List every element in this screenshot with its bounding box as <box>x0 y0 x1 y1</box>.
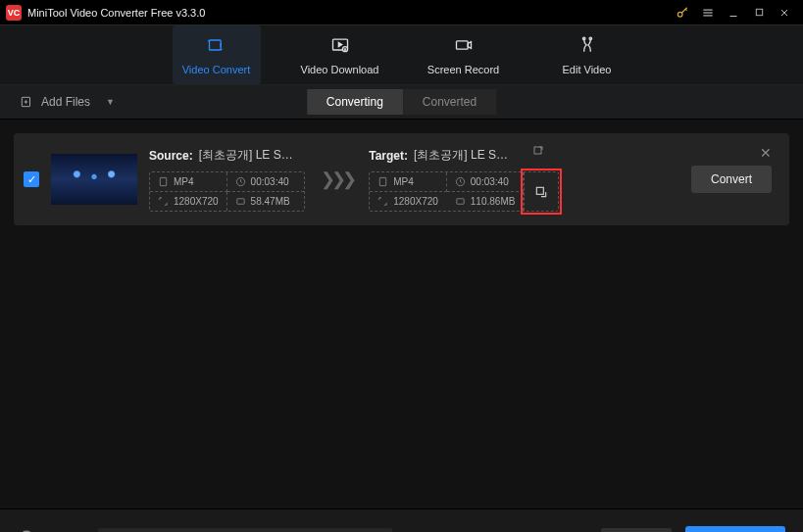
file-icon <box>158 176 169 187</box>
main-area: ✓ Source: [최초공개] LE SSERA... MP4 00:03:4… <box>0 120 803 508</box>
edit-video-icon <box>576 35 599 58</box>
target-format: MP4 <box>393 176 414 187</box>
source-format-cell: MP4 <box>150 172 227 192</box>
item-checkbox[interactable]: ✓ <box>24 171 39 187</box>
source-label: Source: <box>149 149 193 163</box>
titlebar: VC MiniTool Video Converter Free v3.3.0 <box>0 0 803 25</box>
svg-rect-21 <box>380 177 386 185</box>
menu-icon[interactable] <box>695 0 721 25</box>
resolution-icon <box>158 196 169 207</box>
target-label: Target: <box>369 149 408 163</box>
size-icon <box>455 196 466 207</box>
close-icon[interactable] <box>772 0 797 25</box>
nav-video-download[interactable]: Video Download <box>296 25 384 84</box>
video-download-icon <box>328 35 352 58</box>
tab-converting[interactable]: Converting <box>307 89 403 115</box>
source-size: 58.47MB <box>251 196 290 207</box>
source-duration: 00:03:40 <box>251 176 289 187</box>
target-format-cell: MP4 <box>370 172 447 192</box>
svg-rect-20 <box>236 199 243 205</box>
app-title: MiniTool Video Converter Free v3.3.0 <box>27 7 205 19</box>
clock-icon <box>455 176 466 187</box>
settings-icon <box>534 185 548 199</box>
target-meta: MP4 00:03:40 1280X720 110.86MB <box>369 171 559 212</box>
output-format-select[interactable]: ▾ <box>601 528 672 533</box>
source-size-cell: 58.47MB <box>227 192 305 211</box>
add-files-label: Add Files <box>41 95 90 109</box>
svg-rect-24 <box>457 199 464 205</box>
target-column: Target: [최초공개] LE SSERA... MP4 00:03:40 <box>369 147 559 212</box>
video-convert-icon <box>205 35 228 58</box>
screen-record-icon <box>452 35 476 58</box>
target-resolution: 1280X720 <box>393 196 438 207</box>
edit-target-button[interactable] <box>524 172 558 211</box>
footer: Output C:\Users\bj\Documents\MiniTool Vi… <box>0 508 803 532</box>
svg-rect-8 <box>209 40 221 50</box>
source-column: Source: [최초공개] LE SSERA... MP4 00:03:40 … <box>149 147 305 212</box>
target-size-cell: 110.86MB <box>447 192 525 211</box>
svg-rect-25 <box>534 147 541 154</box>
add-files-icon <box>20 95 33 109</box>
edit-item-button[interactable] <box>532 145 544 160</box>
app-icon: VC <box>6 5 22 21</box>
source-resolution: 1280X720 <box>174 196 219 207</box>
nav-video-convert[interactable]: Video Convert <box>173 25 261 84</box>
source-filename: [최초공개] LE SSERA... <box>199 147 297 164</box>
maximize-icon[interactable] <box>746 0 772 25</box>
svg-marker-10 <box>338 42 341 46</box>
source-format: MP4 <box>174 176 194 187</box>
output-path-select[interactable]: C:\Users\bj\Documents\MiniTool Video Con… <box>98 528 392 533</box>
svg-rect-18 <box>160 177 166 185</box>
convert-all-button[interactable]: Convert All <box>685 526 785 533</box>
nav-label: Video Convert <box>182 64 251 75</box>
minimize-icon[interactable] <box>721 0 746 25</box>
target-res-cell: 1280X720 <box>370 192 447 211</box>
video-thumbnail[interactable] <box>51 154 137 205</box>
svg-point-13 <box>582 37 585 40</box>
arrows-icon: ❯❯❯ <box>317 169 357 190</box>
nav-edit-video[interactable]: Edit Video <box>543 25 631 84</box>
nav-label: Screen Record <box>427 64 499 75</box>
convert-tabs: Converting Converted <box>307 89 496 115</box>
nav-label: Video Download <box>301 64 379 75</box>
chevron-down-icon: ▼ <box>106 97 115 107</box>
target-duration: 00:03:40 <box>471 176 509 187</box>
remove-item-button[interactable]: ✕ <box>760 145 772 161</box>
convert-button[interactable]: Convert <box>691 166 772 193</box>
clock-icon <box>235 176 246 187</box>
svg-rect-5 <box>756 9 762 15</box>
nav-label: Edit Video <box>563 64 612 75</box>
source-duration-cell: 00:03:40 <box>227 172 305 192</box>
tab-converted[interactable]: Converted <box>403 89 496 115</box>
target-duration-cell: 00:03:40 <box>447 172 525 192</box>
target-size: 110.86MB <box>471 196 516 207</box>
svg-point-14 <box>589 37 592 40</box>
source-meta: MP4 00:03:40 1280X720 58.47MB <box>149 171 305 212</box>
main-nav: Video Convert Video Download Screen Reco… <box>0 25 803 84</box>
resolution-icon <box>377 196 388 207</box>
nav-screen-record[interactable]: Screen Record <box>420 25 508 84</box>
svg-rect-12 <box>456 40 468 48</box>
svg-rect-23 <box>537 187 544 194</box>
size-icon <box>235 196 246 207</box>
file-icon <box>377 176 388 187</box>
edit-icon <box>532 145 544 157</box>
svg-point-0 <box>678 12 682 17</box>
subbar: Add Files ▼ Converting Converted <box>0 84 803 120</box>
add-files-button[interactable]: Add Files ▼ <box>20 95 115 109</box>
key-icon[interactable] <box>670 0 695 25</box>
source-res-cell: 1280X720 <box>150 192 227 211</box>
conversion-item: ✓ Source: [최초공개] LE SSERA... MP4 00:03:4… <box>14 133 789 225</box>
target-filename: [최초공개] LE SSERA... <box>414 147 512 164</box>
